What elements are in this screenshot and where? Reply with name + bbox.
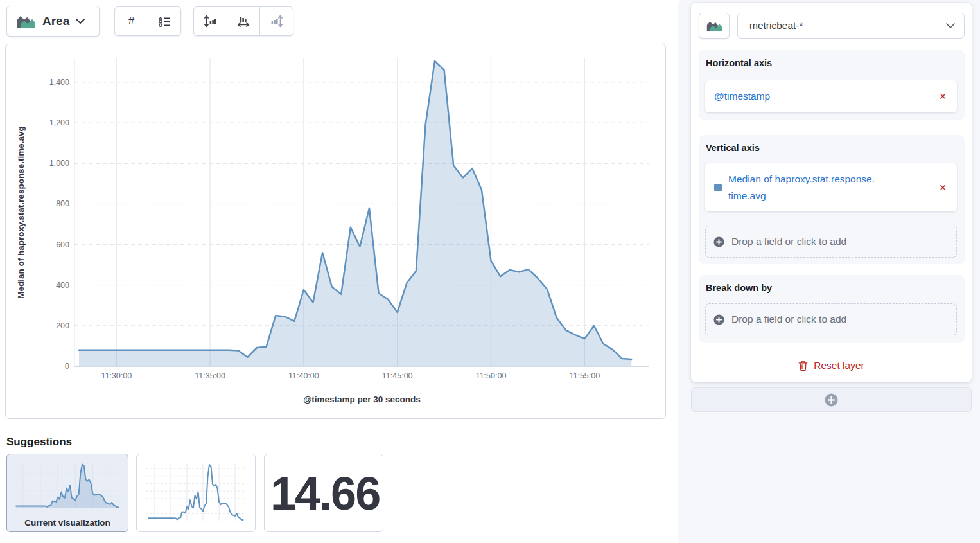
svg-text:400: 400 (56, 281, 69, 290)
plus-circle-icon (713, 236, 724, 247)
axis-settings-group (193, 6, 293, 36)
area-chart-icon (706, 20, 722, 32)
area-chart-icon (16, 14, 36, 29)
series-color-swatch (714, 184, 722, 191)
break-down-section: Break down by Drop a field or click to a… (699, 275, 965, 343)
chart-type-picker[interactable]: Area (6, 6, 100, 37)
index-pattern-select[interactable]: metricbeat-* (737, 13, 965, 39)
dimension-timestamp-label: @timestamp (714, 91, 936, 102)
bottom-axis-button[interactable] (227, 7, 259, 35)
suggestion-metric-value: 14.66 (270, 467, 380, 520)
hash-icon: # (128, 15, 134, 28)
chart-panel: 02004006008001,0001,2001,40011:30:0011:3… (5, 44, 666, 419)
display-options-group: # (114, 6, 181, 36)
lens-editor-page: Area # (0, 0, 980, 543)
suggestion-card-current[interactable]: Current visualization (6, 454, 128, 532)
chart-toolbar: Area # (0, 0, 678, 42)
dimension-median[interactable]: Median of haproxy.stat.response. time.av… (705, 163, 957, 211)
chevron-down-icon (76, 19, 85, 24)
layer-header: metricbeat-* (699, 13, 965, 39)
right-axis-icon (268, 13, 284, 29)
svg-text:0: 0 (65, 362, 69, 371)
svg-text:11:40:00: 11:40:00 (288, 371, 319, 380)
plus-circle-icon (825, 393, 838, 407)
index-pattern-value: metricbeat-* (749, 20, 946, 31)
plus-circle-icon (713, 314, 724, 325)
horizontal-axis-section: Horizontal axis @timestamp ✕ (699, 50, 965, 120)
svg-text:11:35:00: 11:35:00 (195, 371, 225, 380)
suggestion-area-thumbnail (13, 459, 122, 513)
main-area-chart: 02004006008001,0001,2001,40011:30:0011:3… (6, 44, 665, 418)
left-axis-icon (203, 13, 218, 29)
horizontal-axis-label: Horizontal axis (706, 58, 772, 68)
svg-text:1,200: 1,200 (49, 118, 69, 127)
svg-text:11:30:00: 11:30:00 (101, 371, 132, 380)
suggestion-card-metric[interactable]: 14.66 (264, 454, 383, 532)
left-axis-button[interactable] (194, 7, 227, 35)
svg-text:Median of haproxy.stat.respons: Median of haproxy.stat.response.time.avg (16, 126, 26, 298)
suggestions-title: Suggestions (6, 436, 72, 449)
vertical-axis-section: Vertical axis Median of haproxy.stat.res… (699, 135, 965, 264)
svg-text:1,000: 1,000 (49, 159, 69, 168)
svg-text:800: 800 (56, 199, 69, 208)
add-layer-button[interactable] (691, 387, 972, 412)
reset-layer-label: Reset layer (814, 360, 864, 371)
chart-type-label: Area (42, 14, 69, 28)
layer-panel: metricbeat-* Horizontal axis @timestamp … (691, 3, 972, 382)
break-down-drop-zone[interactable]: Drop a field or click to add (705, 303, 957, 335)
svg-text:1,400: 1,400 (49, 78, 69, 87)
svg-text:600: 600 (56, 240, 69, 249)
vertical-axis-drop-zone[interactable]: Drop a field or click to add (705, 226, 957, 258)
break-down-label: Break down by (706, 283, 772, 293)
layer-chart-type-button[interactable] (699, 13, 730, 39)
svg-text:11:45:00: 11:45:00 (382, 371, 413, 380)
dimension-timestamp[interactable]: @timestamp ✕ (705, 80, 957, 112)
svg-text:@timestamp per 30 seconds: @timestamp per 30 seconds (303, 395, 421, 404)
vertical-axis-label: Vertical axis (706, 143, 760, 153)
layer-config-column: metricbeat-* Horizontal axis @timestamp … (678, 0, 980, 543)
value-labels-button[interactable]: # (115, 7, 148, 35)
chevron-down-icon (946, 23, 955, 28)
remove-dimension-button[interactable]: ✕ (936, 89, 949, 103)
bottom-axis-icon (236, 13, 251, 29)
suggestion-card-line[interactable] (136, 454, 256, 532)
drop-zone-placeholder: Drop a field or click to add (731, 236, 846, 247)
suggestion-current-label: Current visualization (7, 518, 128, 528)
remove-dimension-button[interactable]: ✕ (936, 181, 949, 195)
svg-text:11:55:00: 11:55:00 (569, 371, 600, 380)
legend-list-icon (159, 16, 170, 27)
dimension-median-label: Median of haproxy.stat.response. time.av… (728, 171, 936, 204)
drop-zone-placeholder: Drop a field or click to add (731, 314, 846, 325)
reset-layer-button[interactable]: Reset layer (691, 356, 972, 375)
right-axis-button[interactable] (259, 7, 292, 35)
suggestion-line-thumbnail (143, 459, 249, 528)
svg-text:11:50:00: 11:50:00 (476, 371, 507, 380)
legend-button[interactable] (148, 7, 180, 35)
trash-icon (798, 361, 808, 371)
svg-text:200: 200 (56, 321, 69, 330)
